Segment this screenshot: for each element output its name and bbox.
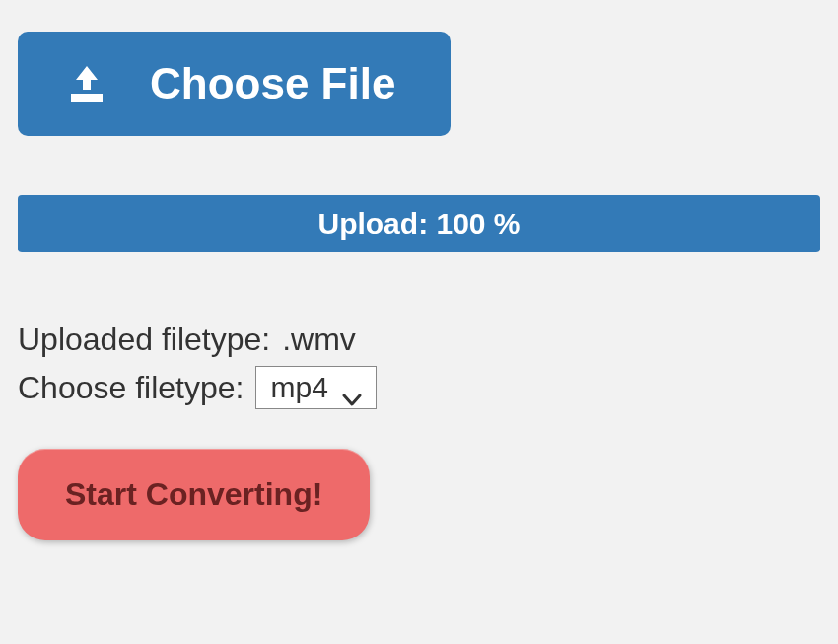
upload-status-text: Upload: 100 %	[317, 207, 520, 240]
file-info-section: Uploaded filetype: .wmv Choose filetype:…	[18, 322, 820, 540]
uploaded-filetype-row: Uploaded filetype: .wmv	[18, 322, 820, 358]
start-converting-button[interactable]: Start Converting!	[18, 449, 370, 540]
choose-filetype-row: Choose filetype: mp4	[18, 366, 820, 409]
uploaded-filetype-label: Uploaded filetype:	[18, 322, 270, 358]
chevron-down-icon	[342, 381, 362, 394]
choose-file-button[interactable]: Choose File	[18, 32, 451, 136]
choose-file-label: Choose File	[150, 59, 395, 108]
upload-progress-bar: Upload: 100 %	[18, 195, 820, 252]
upload-icon	[65, 64, 108, 104]
filetype-select[interactable]: mp4	[255, 366, 376, 409]
svg-rect-0	[71, 94, 103, 102]
filetype-select-value: mp4	[270, 371, 327, 404]
choose-filetype-label: Choose filetype:	[18, 370, 244, 406]
start-converting-label: Start Converting!	[65, 476, 322, 512]
uploaded-filetype-value: .wmv	[282, 322, 356, 358]
